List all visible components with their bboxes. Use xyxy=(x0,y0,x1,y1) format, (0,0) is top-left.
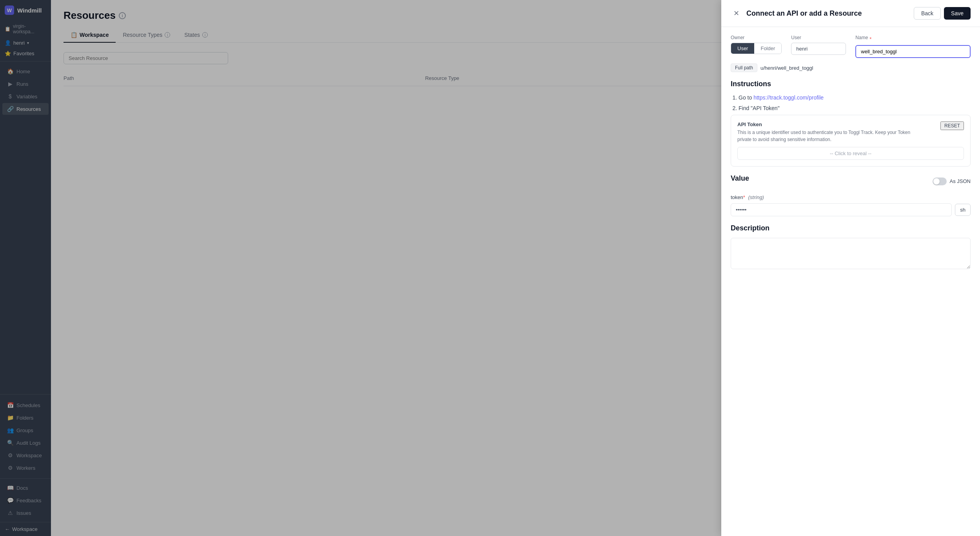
description-title: Description xyxy=(731,224,971,232)
user-input[interactable] xyxy=(791,43,846,55)
api-token-info: API Token This is a unique identifier us… xyxy=(737,121,926,143)
value-title: Value xyxy=(731,174,749,183)
user-label: User xyxy=(791,35,846,40)
owner-folder-btn[interactable]: Folder xyxy=(754,43,781,54)
token-field-label: token* (string) xyxy=(731,194,971,200)
as-json-label: As JSON xyxy=(950,178,971,184)
instruction-1-text: Go to xyxy=(739,94,753,101)
description-section: Description xyxy=(731,224,971,270)
token-required: * xyxy=(743,194,745,200)
owner-label: Owner xyxy=(731,35,782,40)
token-type: (string) xyxy=(748,194,764,200)
api-token-header: API Token This is a unique identifier us… xyxy=(737,121,964,143)
close-icon[interactable]: ✕ xyxy=(731,8,742,19)
user-section: User xyxy=(791,35,846,55)
instruction-item-2: Find "API Token" xyxy=(739,104,971,112)
name-section: Name * xyxy=(855,35,971,58)
owner-user-btn[interactable]: User xyxy=(731,43,754,54)
dialog-title-row: ✕ Connect an API or add a Resource xyxy=(731,8,862,19)
instructions-section: Instructions Go to https://track.toggl.c… xyxy=(731,80,971,112)
show-token-button[interactable]: sh xyxy=(955,204,971,216)
as-json-row: As JSON xyxy=(933,177,971,185)
api-token-title: API Token xyxy=(737,121,926,127)
api-token-card: API Token This is a unique identifier us… xyxy=(731,115,971,167)
owner-section: Owner User Folder xyxy=(731,35,782,54)
value-section: Value As JSON token* (string) sh xyxy=(731,174,971,216)
full-path-value: u/henri/well_bred_toggl xyxy=(760,65,813,71)
reset-button[interactable]: RESET xyxy=(940,121,964,130)
owner-toggle-group: User Folder xyxy=(731,43,782,54)
back-button[interactable]: Back xyxy=(914,7,941,20)
connect-resource-dialog: ✕ Connect an API or add a Resource Back … xyxy=(721,0,980,536)
click-to-reveal[interactable]: -- Click to reveal -- xyxy=(737,147,964,160)
name-input[interactable] xyxy=(855,45,971,58)
value-header: Value As JSON xyxy=(731,174,971,188)
instructions-title: Instructions xyxy=(731,80,971,88)
dialog-body: Owner User Folder User Name * Full path xyxy=(721,27,980,536)
full-path-badge: Full path xyxy=(731,63,757,72)
token-label-text: token xyxy=(731,194,743,200)
instructions-list: Go to https://track.toggl.com/profile Fi… xyxy=(731,94,971,112)
as-json-toggle[interactable] xyxy=(933,177,947,185)
name-label: Name xyxy=(855,35,868,40)
dialog-title: Connect an API or add a Resource xyxy=(746,9,862,18)
instruction-1-link[interactable]: https://track.toggl.com/profile xyxy=(753,94,824,101)
save-button[interactable]: Save xyxy=(944,7,971,20)
token-field: token* (string) sh xyxy=(731,194,971,216)
instruction-2-text: Find "API Token" xyxy=(739,105,780,111)
toggle-knob xyxy=(933,178,940,185)
token-input[interactable] xyxy=(731,203,952,216)
dialog-actions: Back Save xyxy=(914,7,971,20)
name-required-star: * xyxy=(869,36,871,42)
full-path-row: Full path u/henri/well_bred_toggl xyxy=(731,63,971,72)
description-textarea[interactable] xyxy=(731,238,971,269)
token-input-row: sh xyxy=(731,203,971,216)
instruction-item-1: Go to https://track.toggl.com/profile xyxy=(739,94,971,102)
dialog-header: ✕ Connect an API or add a Resource Back … xyxy=(721,0,980,27)
api-token-description: This is a unique identifier used to auth… xyxy=(737,129,926,143)
